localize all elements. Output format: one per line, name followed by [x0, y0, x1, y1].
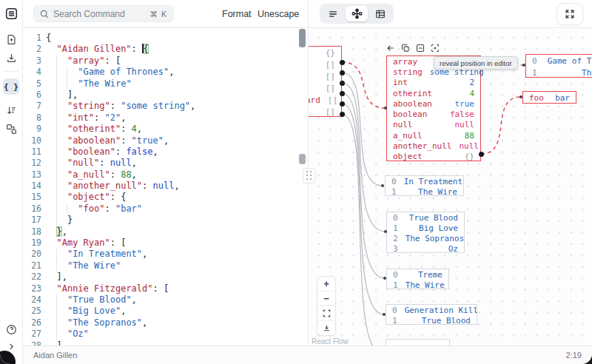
- help-icon[interactable]: [3, 321, 19, 337]
- node-row[interactable]: 0Treme: [387, 269, 448, 280]
- unescape-button[interactable]: Unescape: [258, 0, 299, 27]
- panel-resize-handle[interactable]: [303, 168, 315, 183]
- graph-node-root[interactable]: Aidan Gillen{}Amy Ryan[]Annie Fitzgerald…: [309, 46, 342, 117]
- code-line[interactable]: 5 "The Wire": [22, 78, 308, 90]
- code-line[interactable]: 21 "The Wire": [22, 260, 308, 272]
- list-view-button[interactable]: [322, 6, 344, 21]
- search-input[interactable]: Search Command ⌘ K: [33, 5, 174, 22]
- download-image-button[interactable]: [317, 321, 335, 335]
- download-icon[interactable]: [3, 50, 19, 66]
- node-row[interactable]: 1The Wire: [526, 67, 592, 78]
- node-row[interactable]: foobar: [523, 92, 576, 104]
- scrollbar-thumb[interactable]: [299, 29, 306, 47]
- code-line[interactable]: 9 "otherint": 4,: [22, 124, 308, 135]
- code-editor[interactable]: 1{2 "Aidan Gillen": {3 "array": [4 "Game…: [22, 27, 308, 346]
- code-line[interactable]: 19 "Amy Ryan": [: [22, 237, 308, 249]
- code-line[interactable]: 20 "In Treatment",: [22, 249, 308, 260]
- node-row[interactable]: 0In Treatment: [386, 176, 463, 186]
- fullscreen-button[interactable]: [556, 3, 583, 25]
- node-row[interactable]: another_nullnull: [387, 141, 480, 151]
- source-handle[interactable]: [340, 60, 345, 65]
- status-json-path[interactable]: Aidan Gillen: [33, 351, 77, 360]
- graph-node-aidan-gillen[interactable]: array[]stringsome stringint2otherint4abo…: [386, 55, 481, 161]
- graph-node-anwan-glover[interactable]: 0Treme1The Wire: [386, 269, 449, 289]
- copy-button[interactable]: [400, 44, 410, 53]
- graph-node-alexander-skarsgard[interactable]: 0Generation Kill1True Blood: [386, 304, 477, 325]
- tooltip: reveal position in editor: [434, 56, 518, 70]
- code-line[interactable]: 18 },: [22, 226, 308, 237]
- graph-canvas[interactable]: Aidan Gillen{}Amy Ryan[]Annie Fitzgerald…: [309, 27, 592, 346]
- source-handle[interactable]: [340, 81, 345, 86]
- code-line[interactable]: 16 "foo": "bar": [22, 203, 308, 215]
- code-line[interactable]: 23 "Annie Fitzgerald": [: [22, 283, 308, 294]
- code-line[interactable]: 26 "The Sopranos",: [22, 317, 308, 328]
- json-editor-icon[interactable]: { }: [3, 78, 19, 95]
- node-row[interactable]: a_null88: [387, 130, 480, 141]
- node-row[interactable]: 1True Blood: [386, 315, 477, 326]
- fit-view-button[interactable]: [317, 306, 335, 321]
- node-row[interactable]: 2The Sopranos: [387, 233, 464, 243]
- code-line[interactable]: 4 "Game of Thrones",: [22, 67, 308, 78]
- react-flow-attribution[interactable]: React Flow: [312, 337, 349, 346]
- zoom-in-button[interactable]: +: [317, 277, 335, 291]
- back-button[interactable]: [386, 44, 395, 53]
- node-row[interactable]: 1The Wire: [386, 186, 463, 197]
- collapse-node-button[interactable]: [415, 44, 425, 53]
- node-row[interactable]: abooleantrue: [387, 98, 480, 109]
- transform-nodes-icon[interactable]: [3, 121, 19, 137]
- source-handle[interactable]: [340, 91, 345, 96]
- node-row[interactable]: Aidan Gillen{}: [309, 47, 341, 58]
- node-row[interactable]: Alexander Skarsgard[]: [309, 94, 341, 106]
- app-logo-icon[interactable]: [3, 5, 19, 21]
- node-row[interactable]: 1Big Love: [387, 223, 464, 233]
- code-line[interactable]: 27 "Oz": [22, 328, 308, 340]
- graph-view-button[interactable]: [346, 6, 368, 21]
- code-line[interactable]: 1{: [22, 33, 308, 44]
- code-line[interactable]: 10 "aboolean": "true",: [22, 135, 308, 146]
- code-line[interactable]: 24 "True Blood",: [22, 294, 308, 306]
- code-line[interactable]: 25 "Big Love",: [22, 306, 308, 317]
- node-row[interactable]: object{}: [387, 152, 480, 162]
- format-button[interactable]: Format: [222, 0, 252, 27]
- code-line[interactable]: 11 "boolean": false,: [22, 146, 308, 158]
- node-row[interactable]: 0Game of Thrones: [526, 55, 592, 67]
- code-line[interactable]: 22 ],: [22, 272, 308, 283]
- graph-node-annie-fitzgerald[interactable]: 0True Blood1Big Love2The Sopranos3Oz: [386, 212, 465, 253]
- node-row[interactable]: Alice Farmer[]: [309, 106, 341, 118]
- graph-node-object[interactable]: foobar: [522, 91, 576, 104]
- node-toolbar: [386, 42, 440, 54]
- code-line[interactable]: 17 }: [22, 215, 308, 226]
- code-line[interactable]: 15 "object": {: [22, 192, 308, 203]
- source-handle[interactable]: [479, 152, 484, 157]
- node-row[interactable]: booleanfalse: [387, 109, 480, 119]
- code-line[interactable]: 6 ],: [22, 90, 308, 101]
- graph-node-array[interactable]: 0Game of Thrones1The Wire: [525, 54, 592, 78]
- table-view-button[interactable]: [369, 6, 391, 21]
- node-row[interactable]: 0True Blood: [387, 212, 464, 223]
- node-row[interactable]: Annie Fitzgerald[]: [309, 70, 341, 82]
- graph-node-amy-ryan[interactable]: 0In Treatment1The Wire: [385, 175, 464, 196]
- code-line[interactable]: 2 "Aidan Gillen": {: [22, 44, 308, 55]
- node-row[interactable]: 3Oz: [387, 243, 464, 254]
- source-handle[interactable]: [340, 70, 345, 75]
- node-row[interactable]: Amy Ryan[]: [309, 58, 341, 70]
- scrollbar-thumb[interactable]: [299, 154, 306, 164]
- code-line[interactable]: 7 "string": "some string",: [22, 101, 308, 112]
- source-handle[interactable]: [340, 112, 345, 117]
- code-line[interactable]: 13 "a_null": 88,: [22, 169, 308, 181]
- new-file-icon[interactable]: [3, 31, 19, 47]
- focus-node-button[interactable]: [430, 44, 440, 53]
- code-line[interactable]: 14 "another_null": null,: [22, 181, 308, 192]
- code-line[interactable]: 3 "array": [: [22, 55, 308, 67]
- node-row[interactable]: 0Generation Kill: [386, 305, 477, 315]
- sort-icon[interactable]: [3, 102, 19, 118]
- source-handle[interactable]: [340, 101, 345, 107]
- zoom-out-button[interactable]: −: [317, 291, 335, 306]
- node-row[interactable]: otherint4: [387, 88, 480, 98]
- node-row[interactable]: int2: [387, 78, 480, 88]
- node-row[interactable]: nullnull: [387, 120, 480, 130]
- code-line[interactable]: 12 "null": null,: [22, 158, 308, 169]
- code-line[interactable]: 8 "int": "2",: [22, 112, 308, 124]
- node-row[interactable]: Anwan Glover[]: [309, 82, 341, 94]
- node-row[interactable]: 1The Wire: [387, 280, 448, 290]
